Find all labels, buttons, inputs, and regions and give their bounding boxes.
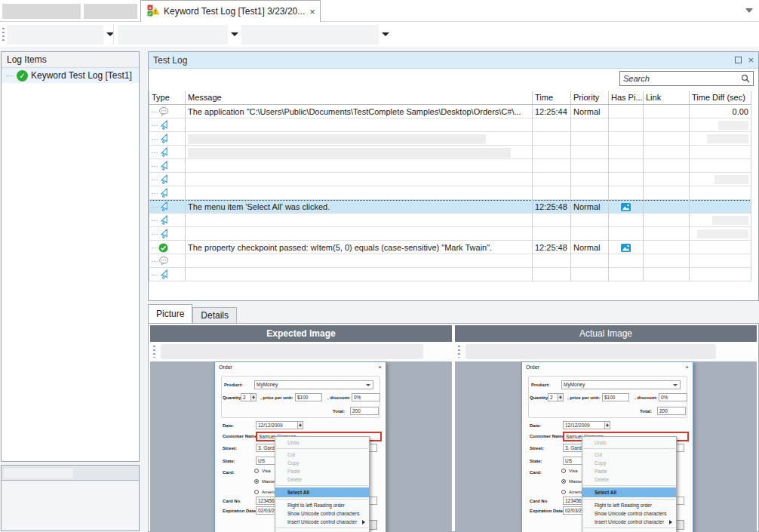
log-cell-priority[interactable]: Normal [571,105,609,118]
log-cell-message[interactable]: The property checkpoint passed: wItem(5,… [186,241,533,254]
log-cell-priority[interactable] [571,214,609,227]
log-cell-priority[interactable] [571,132,609,146]
log-cell-link[interactable] [644,241,690,254]
log-cell-message[interactable] [186,132,533,146]
log-cell-time[interactable] [533,214,571,227]
log-cell-time[interactable] [533,254,571,268]
toolbar-grip[interactable] [458,346,460,358]
log-cell-type[interactable] [149,200,186,214]
column-header-time[interactable]: Time [533,91,571,105]
column-header-link[interactable]: Link [644,91,690,105]
log-cell-link[interactable] [644,200,690,214]
log-row-9[interactable] [149,214,751,227]
log-cell-link[interactable] [644,268,690,281]
log-row-11[interactable]: The property checkpoint passed: wItem(5,… [149,241,751,254]
log-row-13[interactable] [149,268,751,281]
log-cell-type[interactable] [149,186,186,200]
log-cell-message[interactable] [186,146,533,159]
log-cell-time[interactable] [533,118,571,132]
search-input[interactable]: Search [619,71,754,86]
combo-3-dropdown-icon[interactable] [382,32,389,36]
log-cell-time_diff[interactable]: 0.00 [690,105,751,118]
log-cell-link[interactable] [644,254,690,268]
log-cell-has_picture[interactable] [609,214,644,227]
tree-item-keyword-test-log[interactable]: ✓ Keyword Test Log [Test1] [2,68,139,83]
log-cell-link[interactable] [644,105,690,118]
log-cell-link[interactable] [644,186,690,200]
column-header-time_diff[interactable]: Time Diff (sec) [690,91,751,105]
actual-toolbar-placeholder[interactable] [466,344,716,359]
log-cell-message[interactable] [186,159,533,173]
toolbar-grip[interactable] [153,346,155,358]
log-cell-type[interactable] [149,268,186,281]
log-cell-time_diff[interactable] [690,254,751,268]
log-cell-link[interactable] [644,227,690,241]
log-cell-time[interactable] [533,227,571,241]
log-cell-message[interactable] [186,186,533,200]
log-cell-message[interactable]: The application "C:\Users\Public\Documen… [186,105,533,118]
log-cell-message[interactable]: The menu item 'Select All' was clicked. [186,200,533,214]
log-cell-has_picture[interactable] [609,132,644,146]
log-cell-link[interactable] [644,173,690,186]
log-cell-time_diff[interactable] [690,268,751,281]
log-row-5[interactable] [149,159,751,173]
log-cell-time[interactable] [533,159,571,173]
log-cell-has_picture[interactable] [609,186,644,200]
tab-picture[interactable]: Picture [148,304,192,323]
log-cell-has_picture[interactable] [609,268,644,281]
log-cell-time_diff[interactable] [690,118,751,132]
log-row-7[interactable] [149,186,751,200]
log-cell-has_picture[interactable] [609,227,644,241]
log-cell-time_diff[interactable] [690,227,751,241]
log-row-3[interactable] [149,132,751,146]
log-cell-type[interactable] [149,214,186,227]
log-cell-message[interactable] [186,173,533,186]
log-row-12[interactable] [149,254,751,268]
toolbar-combo-3[interactable] [241,25,379,45]
combo-2-dropdown-icon[interactable] [231,32,238,36]
log-cell-time[interactable] [533,132,571,146]
log-cell-time[interactable] [533,173,571,186]
close-icon[interactable]: × [748,56,754,64]
maximize-icon[interactable] [735,57,742,63]
log-cell-type[interactable] [149,105,186,118]
log-cell-link[interactable] [644,118,690,132]
log-cell-priority[interactable] [571,268,609,281]
log-cell-type[interactable] [149,254,186,268]
log-cell-time_diff[interactable] [690,200,751,214]
log-cell-message[interactable] [186,254,533,268]
toolbar-grip[interactable] [2,28,5,42]
column-header-has_picture[interactable]: Has Pi... [609,91,644,105]
log-cell-priority[interactable]: Normal [571,241,609,254]
log-cell-type[interactable] [149,241,186,254]
log-cell-time_diff[interactable] [690,214,751,227]
column-header-message[interactable]: Message [186,91,533,105]
log-cell-link[interactable] [644,214,690,227]
log-cell-time[interactable]: 12:25:48 [533,241,571,254]
log-row-6[interactable] [149,173,751,186]
log-cell-message[interactable] [186,268,533,281]
log-cell-has_picture[interactable] [609,254,644,268]
inactive-tab-1[interactable] [2,4,81,19]
column-header-priority[interactable]: Priority [571,91,609,105]
toolbar-combo-1[interactable] [7,25,103,45]
log-cell-link[interactable] [644,146,690,159]
log-row-10[interactable] [149,227,751,241]
log-cell-priority[interactable] [571,254,609,268]
log-cell-type[interactable] [149,173,186,186]
log-cell-has_picture[interactable] [609,241,644,254]
log-cell-priority[interactable] [571,118,609,132]
log-cell-time_diff[interactable] [690,173,751,186]
log-cell-priority[interactable] [571,173,609,186]
log-cell-link[interactable] [644,159,690,173]
log-cell-time[interactable]: 12:25:44 [533,105,571,118]
log-row-8[interactable]: The menu item 'Select All' was clicked.1… [149,200,751,214]
log-row-1[interactable]: The application "C:\Users\Public\Documen… [149,105,751,118]
log-cell-has_picture[interactable] [609,105,644,118]
log-cell-type[interactable] [149,132,186,146]
log-cell-link[interactable] [644,132,690,146]
inactive-tab-2[interactable] [84,4,137,19]
log-row-2[interactable] [149,118,751,132]
log-cell-time_diff[interactable] [690,146,751,159]
log-cell-message[interactable] [186,214,533,227]
